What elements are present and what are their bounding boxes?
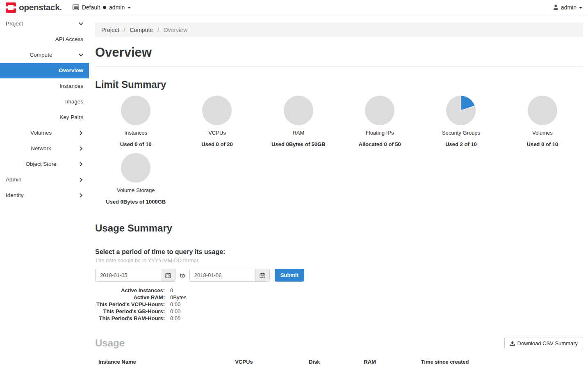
usage-period-prompt: Select a period of time to query its usa…: [95, 248, 583, 256]
usage-table: Instance Name VCPUs Disk RAM Time since …: [95, 355, 583, 369]
usage-date-form: to Submit: [95, 269, 583, 282]
instances-pie-chart: [121, 96, 150, 125]
chevron-right-icon: [78, 146, 84, 151]
date-to-calendar-button[interactable]: [255, 269, 270, 282]
sidebar-item-images[interactable]: Images: [0, 94, 89, 110]
sidebar-item-network[interactable]: Network: [0, 141, 89, 156]
sidebar-item-instances[interactable]: Instances: [0, 78, 89, 94]
breadcrumb-project[interactable]: Project: [101, 27, 119, 33]
main-content: Project / Compute / Overview Overview Li…: [89, 15, 588, 369]
context-project: admin: [109, 4, 125, 11]
stat-vcpu-hours: This Period's VCPU-Hours: 0.00: [95, 301, 583, 308]
col-time-since-created[interactable]: Time since created: [418, 355, 583, 369]
title-divider: [95, 66, 583, 67]
stat-gb-hours: This Period's GB-Hours: 0.00: [95, 308, 583, 315]
col-instance-name[interactable]: Instance Name: [95, 355, 232, 369]
download-csv-button[interactable]: Download CSV Summary: [504, 337, 583, 349]
limit-item-volume-storage: Volume Storage Used 0Bytes of 1000GB: [95, 153, 176, 205]
breadcrumb-compute[interactable]: Compute: [130, 27, 153, 33]
sidebar-item-key-pairs[interactable]: Key Pairs: [0, 110, 89, 125]
sidebar-nav: Project API Access Compute Overview Inst…: [0, 15, 89, 369]
limit-item-instances: Instances Used 0 of 10: [95, 96, 176, 147]
date-to-input[interactable]: [189, 269, 255, 282]
limit-summary-heading: Limit Summary: [95, 79, 583, 90]
limit-item-security-groups: Security Groups Used 2 of 10: [420, 96, 501, 147]
stat-active-instances: Active Instances: 0: [95, 287, 583, 294]
context-separator-dot: [103, 6, 106, 9]
openstack-brand[interactable]: openstack.: [6, 2, 62, 13]
usage-table-header-bar: Usage Download CSV Summary: [95, 337, 583, 349]
context-domain: Default: [82, 4, 100, 11]
limit-item-ram: RAM Used 0Bytes of 50GB: [258, 96, 339, 147]
to-label: to: [180, 272, 185, 279]
sidebar-item-identity[interactable]: Identity: [0, 188, 89, 203]
vcpus-pie-chart: [202, 96, 232, 125]
chevron-right-icon: [78, 131, 84, 136]
sidebar-item-api-access[interactable]: API Access: [0, 32, 89, 47]
date-from-input[interactable]: [95, 269, 161, 282]
volumes-pie-chart: [528, 96, 557, 125]
chevron-right-icon: [78, 162, 84, 167]
usage-stats: Active Instances: 0 Active RAM: 0Bytes T…: [95, 287, 583, 322]
security-groups-pie-chart: [446, 96, 476, 125]
submit-button[interactable]: Submit: [275, 269, 304, 282]
sidebar-item-admin[interactable]: Admin: [0, 172, 89, 188]
chevron-down-icon: [78, 53, 84, 58]
download-icon: [510, 341, 515, 346]
sidebar-item-object-store[interactable]: Object Store: [0, 156, 89, 172]
chevron-right-icon: [78, 193, 84, 198]
limit-summary-row-1: Instances Used 0 of 10 VCPUs Used 0 of 2…: [95, 96, 583, 147]
sidebar-item-project[interactable]: Project: [0, 16, 89, 32]
calendar-icon: [165, 273, 171, 278]
page-title: Overview: [95, 45, 583, 60]
sidebar-item-volumes[interactable]: Volumes: [0, 125, 89, 141]
openstack-logo-icon: [6, 2, 16, 13]
ram-pie-chart: [284, 96, 313, 125]
usage-summary-heading: Usage Summary: [95, 222, 583, 234]
limit-summary-row-2: Volume Storage Used 0Bytes of 1000GB: [95, 153, 583, 205]
stat-active-ram: Active RAM: 0Bytes: [95, 294, 583, 301]
user-menu-label: admin: [561, 4, 577, 11]
col-ram[interactable]: RAM: [360, 355, 417, 369]
floating-ips-pie-chart: [365, 96, 394, 125]
top-navbar: openstack. Default admin admin: [0, 0, 588, 15]
caret-down-icon: [128, 7, 131, 9]
download-csv-label: Download CSV Summary: [517, 340, 578, 346]
volume-storage-pie-chart: [121, 153, 150, 183]
stat-ram-hours: This Period's RAM-Hours: 0.00: [95, 315, 583, 322]
list-alt-icon: [73, 5, 79, 10]
date-from-calendar-button[interactable]: [161, 269, 175, 282]
limit-item-vcpus: VCPUs Used 0 of 20: [176, 96, 258, 147]
col-disk[interactable]: Disk: [305, 355, 360, 369]
calendar-icon: [260, 273, 265, 278]
chevron-down-icon: [78, 21, 84, 27]
sidebar-item-compute[interactable]: Compute: [0, 47, 89, 63]
domain-project-switcher[interactable]: Default admin: [73, 4, 131, 11]
sidebar-item-overview[interactable]: Overview: [0, 63, 89, 78]
breadcrumb-active: Overview: [164, 27, 187, 33]
col-vcpus[interactable]: VCPUs: [232, 355, 305, 369]
brand-text: openstack.: [19, 2, 62, 12]
user-menu[interactable]: admin: [553, 4, 582, 11]
date-format-hint: The date should be in YYYY-MM-DD format.: [95, 257, 583, 264]
user-icon: [553, 5, 558, 10]
breadcrumb: Project / Compute / Overview: [95, 23, 583, 37]
usage-heading: Usage: [95, 337, 125, 349]
caret-down-icon: [579, 7, 582, 9]
limit-item-volumes: Volumes Used 0 of 10: [502, 96, 583, 147]
limit-item-floating-ips: Floating IPs Allocated 0 of 50: [339, 96, 420, 147]
chevron-right-icon: [78, 177, 84, 183]
